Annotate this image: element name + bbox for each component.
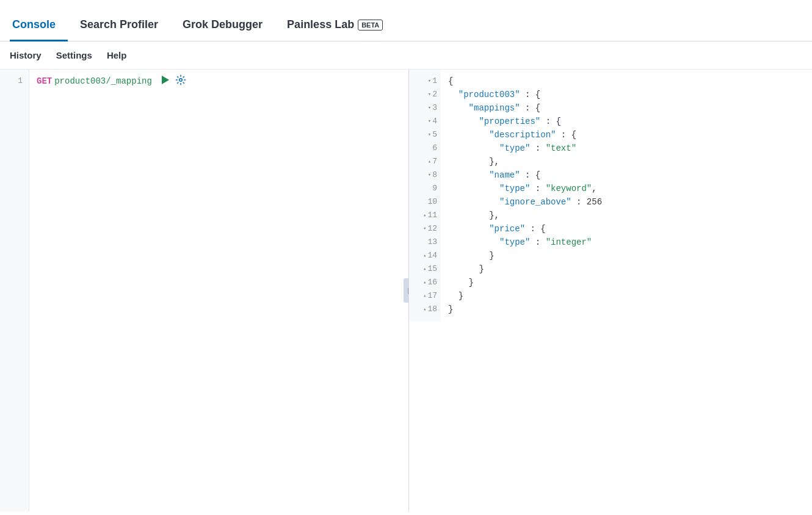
output-body: ▾1 ▾2 ▾3 ▾4 ▾5 6 ▴7 ▾8 9 10 ▴11 ▾12 13 ▴…	[409, 70, 812, 321]
svg-point-1	[179, 79, 183, 82]
out-line-6: 6	[409, 142, 441, 155]
fold-arrow-1[interactable]: ▾	[428, 74, 431, 88]
wrench-button[interactable]	[175, 74, 186, 88]
output-line-10: "ignore_above" : 256	[448, 195, 805, 209]
out-line-4: ▾4	[409, 115, 441, 128]
out-line-17: ▴17	[409, 289, 441, 303]
fold-arrow-11[interactable]: ▴	[423, 209, 426, 222]
output-line-2: "product003" : {	[448, 88, 805, 101]
out-line-18: ▴18	[409, 303, 441, 316]
svg-marker-0	[162, 76, 169, 84]
output-line-15: }	[448, 262, 805, 276]
output-line-8: "name" : {	[448, 168, 805, 182]
output-line-9: "type" : "keyword",	[448, 182, 805, 195]
fold-arrow-5[interactable]: ▾	[428, 128, 431, 142]
method-get: GET	[37, 74, 52, 88]
panel-resize-handle[interactable]: ‖	[404, 278, 409, 303]
fold-arrow-14[interactable]: ▴	[423, 249, 426, 262]
output-line-1: {	[448, 74, 805, 88]
out-line-10: 10	[409, 195, 441, 209]
output-line-6: "type" : "text"	[448, 142, 805, 155]
out-line-16: ▴16	[409, 276, 441, 289]
wrench-icon	[175, 74, 186, 85]
main-content: 1 GET product003/_mapping	[0, 70, 812, 511]
output-line-3: "mappings" : {	[448, 101, 805, 115]
fold-arrow-8[interactable]: ▾	[428, 168, 431, 182]
fold-arrow-18[interactable]: ▴	[423, 303, 426, 316]
out-line-2: ▾2	[409, 88, 441, 101]
editor-code-area[interactable]: GET product003/_mapping	[29, 70, 408, 511]
out-line-14: ▴14	[409, 249, 441, 262]
out-line-11: ▴11	[409, 209, 441, 222]
output-line-17: }	[448, 289, 805, 303]
out-line-13: 13	[409, 236, 441, 249]
run-icon	[159, 74, 170, 85]
run-button[interactable]	[159, 74, 170, 88]
output-line-numbers: ▾1 ▾2 ▾3 ▾4 ▾5 6 ▴7 ▾8 9 10 ▴11 ▾12 13 ▴…	[409, 70, 441, 321]
history-button[interactable]: History	[10, 50, 42, 60]
editor-line-num-1: 1	[0, 74, 29, 88]
output-line-4: "properties" : {	[448, 115, 805, 128]
out-line-9: 9	[409, 182, 441, 195]
output-line-14: }	[448, 249, 805, 262]
out-line-7: ▴7	[409, 155, 441, 168]
editor-actions	[159, 74, 186, 88]
editor-panel: 1 GET product003/_mapping	[0, 70, 409, 511]
output-panel[interactable]: ▾1 ▾2 ▾3 ▾4 ▾5 6 ▴7 ▾8 9 10 ▴11 ▾12 13 ▴…	[409, 70, 812, 511]
editor-line-1: GET product003/_mapping	[37, 74, 401, 88]
toolbar: History Settings Help	[0, 41, 812, 70]
out-line-5: ▾5	[409, 128, 441, 142]
output-line-18: }	[448, 303, 805, 316]
fold-arrow-17[interactable]: ▴	[423, 289, 426, 303]
fold-arrow-4[interactable]: ▾	[428, 115, 431, 128]
beta-badge: BETA	[358, 20, 383, 31]
tab-console[interactable]: Console	[10, 18, 68, 41]
fold-arrow-15[interactable]: ▴	[423, 262, 426, 276]
code-path: product003/_mapping	[54, 74, 152, 88]
out-line-15: ▴15	[409, 262, 441, 276]
output-code: { "product003" : { "mappings" : { "prope…	[441, 70, 812, 321]
fold-arrow-2[interactable]: ▾	[428, 88, 431, 101]
editor-body: 1 GET product003/_mapping	[0, 70, 408, 511]
settings-button[interactable]: Settings	[56, 50, 92, 60]
tab-search-profiler[interactable]: Search Profiler	[68, 18, 170, 41]
top-nav: Console Search Profiler Grok Debugger Pa…	[0, 0, 812, 41]
fold-arrow-16[interactable]: ▴	[423, 276, 426, 289]
tab-painless-lab[interactable]: Painless LabBETA	[275, 18, 395, 41]
out-line-3: ▾3	[409, 101, 441, 115]
editor-line-numbers: 1	[0, 70, 29, 511]
fold-arrow-7[interactable]: ▴	[428, 155, 431, 168]
out-line-8: ▾8	[409, 168, 441, 182]
out-line-12: ▾12	[409, 222, 441, 236]
output-line-13: "type" : "integer"	[448, 236, 805, 249]
output-line-7: },	[448, 155, 805, 168]
output-line-12: "price" : {	[448, 222, 805, 236]
out-line-1: ▾1	[409, 74, 441, 88]
fold-arrow-3[interactable]: ▾	[428, 101, 431, 115]
output-line-16: }	[448, 276, 805, 289]
fold-arrow-12[interactable]: ▾	[423, 222, 426, 236]
tab-grok-debugger[interactable]: Grok Debugger	[170, 18, 275, 41]
output-line-5: "description" : {	[448, 128, 805, 142]
help-button[interactable]: Help	[107, 50, 127, 60]
output-line-11: },	[448, 209, 805, 222]
